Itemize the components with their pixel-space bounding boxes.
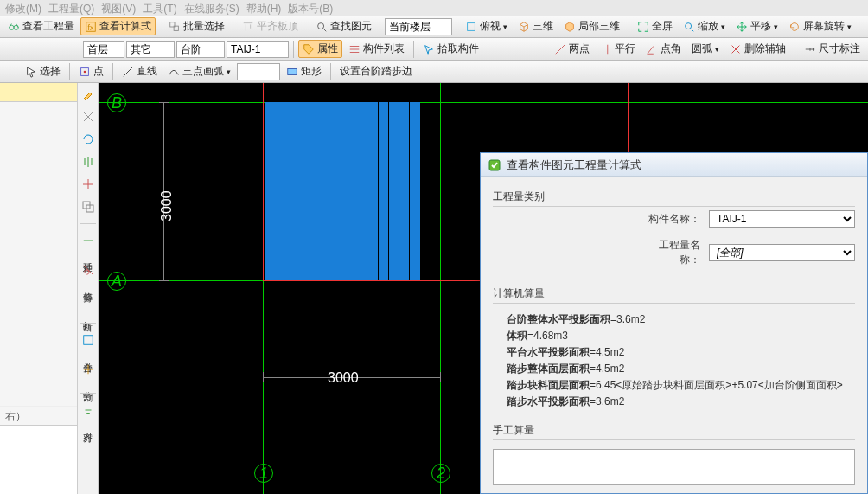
dialog-titlebar[interactable]: 查看构件图元工程量计算式 [481, 153, 867, 177]
arc3-button[interactable]: 三点画弧▾ [163, 62, 235, 80]
dim-label-label: 尺寸标注 [819, 42, 860, 56]
rect-icon [286, 66, 298, 78]
pan-button[interactable]: 平移▾ [731, 17, 782, 35]
break-tool[interactable] [80, 292, 96, 307]
point-label: 点 [93, 64, 104, 79]
toolbar-1: 查看工程量 fx 查看计算式 批量选择 平齐板顶 查找图元 当前楼层 俯视▾ 三… [0, 16, 868, 38]
zoom-button[interactable]: 缩放▾ [679, 17, 730, 35]
del-aux-button[interactable]: 删除辅轴 [725, 40, 790, 58]
stair-component[interactable] [265, 102, 420, 280]
mirror-tool[interactable] [80, 154, 96, 170]
find-draw-button[interactable]: 查找图元 [311, 17, 376, 35]
attr-label: 属性 [317, 42, 338, 56]
axis-1: 1 [254, 464, 273, 483]
svg-point-8 [686, 22, 692, 29]
delete-icon [730, 43, 742, 55]
extend-tool[interactable] [80, 233, 96, 248]
group-comp-calc: 计算机算量 [493, 286, 855, 301]
axis-2pt-label: 两点 [569, 42, 590, 56]
clear-tool[interactable] [80, 109, 96, 125]
comp-list-button[interactable]: 构件列表 [344, 40, 409, 58]
3d-button[interactable]: 三维 [514, 17, 558, 35]
axis-angle-label: 点角 [661, 42, 681, 56]
view-qty-button[interactable]: 查看工程量 [3, 17, 79, 35]
rotate-tool[interactable] [80, 132, 96, 147]
ruler-icon [804, 43, 816, 55]
select-button[interactable]: 选择 [21, 62, 65, 80]
category-select[interactable]: 其它 [126, 41, 175, 58]
cursor-icon [25, 66, 37, 78]
fullscreen-icon [637, 21, 649, 33]
formula-icon: fx [85, 21, 97, 33]
menu-view[interactable]: 视图(V) [101, 2, 136, 14]
align-tool[interactable] [80, 402, 96, 418]
axis-angle-button[interactable]: 点角 [641, 40, 686, 58]
qty-name-select[interactable]: [全部] [709, 244, 855, 261]
local3d-label: 局部三维 [578, 19, 620, 34]
axis-2pt-icon [554, 43, 566, 55]
dim-horizontal: 3000 [328, 370, 359, 386]
menu-help[interactable]: 帮助(H) [246, 2, 282, 14]
dim-vertical: 3000 [159, 190, 175, 221]
dim-label-button[interactable]: 尺寸标注 [800, 40, 865, 58]
trim-tool[interactable] [80, 262, 96, 278]
comp-name-label: 构件名称： [648, 212, 700, 227]
axis-parallel-button[interactable]: 平行 [596, 40, 640, 58]
pan-label: 平移 [750, 19, 771, 34]
pick-comp-button[interactable]: 拾取构件 [418, 40, 483, 58]
local3d-button[interactable]: 局部三维 [559, 17, 624, 35]
floor-level-select[interactable]: 首层 [83, 41, 124, 58]
component-select[interactable]: TAIJ-1 [227, 41, 289, 58]
left-panel: 右） [0, 83, 78, 494]
floor-dropdown[interactable]: 当前楼层 [385, 18, 452, 35]
menu-tool[interactable]: 工具(T) [143, 2, 176, 14]
floor-select[interactable]: 当前楼层 [385, 18, 452, 35]
comp-name-select[interactable]: TAIJ-1 [709, 210, 855, 228]
copy-tool[interactable] [80, 199, 96, 215]
menu-version[interactable]: 版本号(B) [288, 2, 333, 14]
menu-modify[interactable]: 修改(M) [5, 2, 41, 14]
type-select[interactable]: 台阶 [176, 41, 225, 58]
attr-button[interactable]: 属性 [298, 40, 342, 58]
rect-button[interactable]: 矩形 [282, 62, 326, 80]
merge-tool[interactable] [80, 332, 96, 348]
point-icon [79, 66, 91, 78]
align-top-button[interactable]: 平齐板顶 [238, 17, 303, 35]
search-icon [316, 21, 328, 33]
axis-a: A [107, 272, 126, 291]
manual-calc-box[interactable] [493, 449, 855, 485]
axis-parallel-label: 平行 [615, 42, 635, 56]
batch-select-button[interactable]: 批量选择 [164, 17, 229, 35]
svg-rect-15 [83, 336, 93, 345]
axis-arc-button[interactable]: 圆弧▾ [687, 40, 724, 58]
svg-point-11 [84, 70, 86, 73]
line-button[interactable]: 直线 [118, 62, 162, 80]
find-draw-label: 查找图元 [330, 19, 372, 34]
localcube-icon [564, 21, 576, 33]
split-tool[interactable] [80, 362, 96, 377]
topview-button[interactable]: 俯视▾ [461, 17, 512, 35]
point-button[interactable]: 点 [74, 62, 108, 80]
calc-results: 台阶整体水平投影面积=3.6m2 体积=4.68m3 平台水平投影面积=4.5m… [507, 312, 855, 409]
brush-tool[interactable] [80, 87, 96, 102]
menu-online[interactable]: 在线服务(S) [184, 2, 239, 14]
left-panel-row: 右） [0, 406, 77, 425]
axis-angle-icon [646, 43, 658, 55]
del-aux-label: 删除辅轴 [744, 42, 786, 56]
move-tool[interactable] [80, 176, 96, 192]
stair-edge-button[interactable]: 设置台阶踏步边 [335, 62, 417, 80]
fullscreen-label: 全屏 [652, 19, 673, 34]
arc3-options[interactable] [237, 63, 280, 80]
left-panel-tab[interactable] [0, 83, 77, 102]
menu-qty[interactable]: 工程量(Q) [48, 2, 94, 14]
topview-icon [465, 21, 477, 33]
wireframe-button[interactable]: 线框 [865, 17, 868, 35]
batch-select-label: 批量选择 [183, 19, 225, 34]
axis-2pt-button[interactable]: 两点 [550, 40, 594, 58]
fullscreen-button[interactable]: 全屏 [633, 17, 677, 35]
align-top-label: 平齐板顶 [257, 19, 298, 34]
axis-b: B [107, 93, 126, 112]
rotate-button[interactable]: 屏幕旋转▾ [784, 17, 856, 35]
view-calc-button[interactable]: fx 查看计算式 [80, 17, 156, 35]
group-manual-calc: 手工算量 [493, 423, 855, 438]
